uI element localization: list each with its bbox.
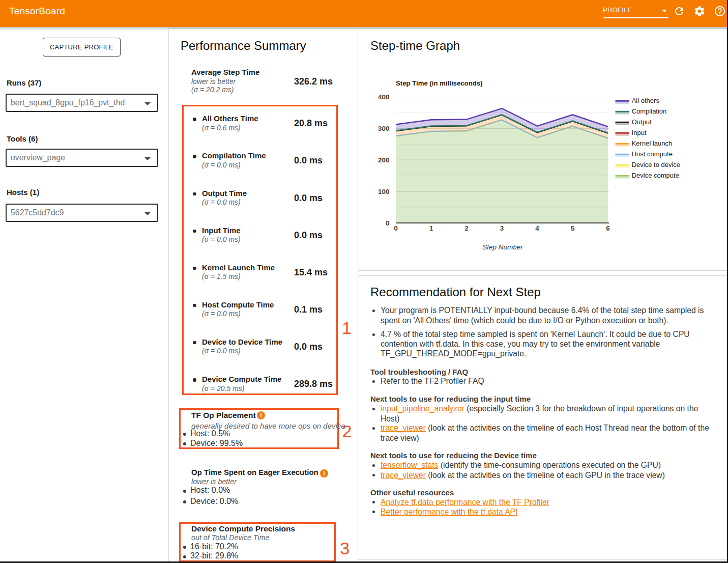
svg-text:200: 200	[378, 156, 390, 164]
svg-text:100: 100	[378, 188, 390, 195]
svg-text:Host compute: Host compute	[632, 150, 673, 158]
svg-text:300: 300	[378, 125, 390, 132]
svg-text:Step Number: Step Number	[482, 243, 523, 251]
svg-text:All others: All others	[632, 97, 660, 104]
svg-text:Input: Input	[632, 129, 647, 136]
svg-text:0: 0	[386, 219, 390, 227]
svg-text:Compilation: Compilation	[632, 107, 667, 115]
svg-text:Step Time (in milliseconds): Step Time (in milliseconds)	[396, 79, 483, 87]
svg-text:2: 2	[464, 224, 469, 232]
svg-text:Kernel launch: Kernel launch	[632, 139, 673, 147]
svg-text:Device to device: Device to device	[632, 161, 680, 168]
svg-text:1: 1	[429, 224, 433, 232]
svg-text:Device compute: Device compute	[632, 172, 679, 179]
svg-text:3: 3	[500, 224, 504, 232]
svg-text:4: 4	[535, 224, 539, 232]
svg-text:0: 0	[394, 224, 398, 232]
svg-text:400: 400	[378, 93, 390, 101]
svg-text:5: 5	[571, 224, 575, 232]
svg-text:6: 6	[606, 224, 610, 232]
svg-text:Output: Output	[632, 118, 652, 126]
